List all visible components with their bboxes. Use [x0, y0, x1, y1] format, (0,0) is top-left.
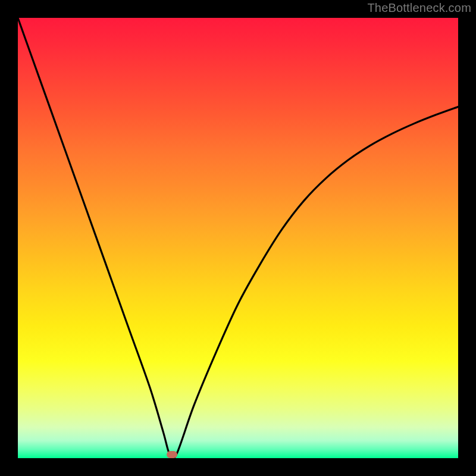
chart-plot-area — [18, 18, 458, 458]
chart-frame: TheBottleneck.com — [0, 0, 476, 476]
bottleneck-curve — [18, 18, 458, 458]
chart-curve-svg — [18, 18, 458, 458]
watermark-text: TheBottleneck.com — [367, 1, 471, 15]
optimum-marker — [167, 451, 177, 458]
